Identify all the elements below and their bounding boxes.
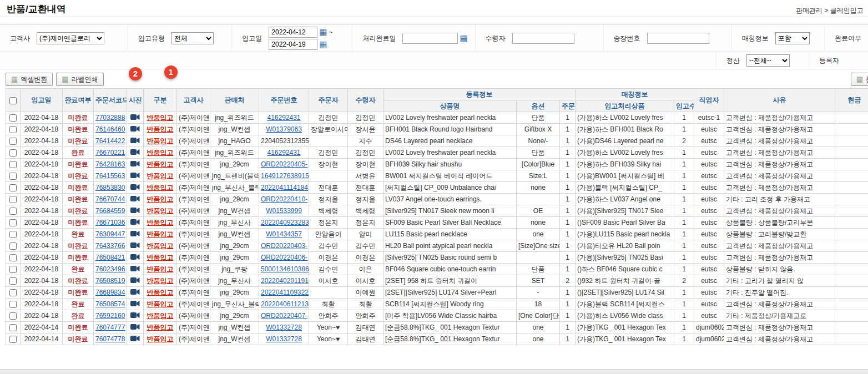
row-checkbox[interactable]	[9, 242, 17, 250]
row-checkbox[interactable]	[9, 184, 17, 191]
order-code-link[interactable]: 76146460	[95, 125, 125, 133]
order-number-link[interactable]: ORD20220405-	[261, 160, 307, 168]
return-receipt-link[interactable]: 반품입고	[147, 265, 174, 273]
return-receipt-link[interactable]: 반품입고	[147, 149, 174, 156]
order-number-link[interactable]: ORD20220410-	[261, 195, 307, 203]
matching-select[interactable]: 포함	[775, 32, 810, 44]
order-number-link[interactable]: ORD20220406-	[261, 254, 307, 261]
horizontal-scrollbar-track[interactable]	[0, 369, 868, 374]
camera-icon[interactable]	[130, 242, 140, 249]
return-receipt-link[interactable]: 반품입고	[147, 160, 174, 168]
order-code-link[interactable]: 76074778	[95, 335, 125, 343]
row-checkbox[interactable]	[9, 277, 17, 285]
return-receipt-link[interactable]: 반품입고	[147, 230, 174, 238]
order-code-link[interactable]: 76415563	[95, 172, 125, 180]
camera-icon[interactable]	[130, 219, 140, 225]
camera-icon[interactable]	[130, 324, 140, 330]
order-code-link[interactable]: 76853830	[95, 184, 125, 191]
receipt-date-to-input[interactable]	[269, 39, 317, 50]
order-code-link[interactable]: 76023496	[95, 265, 125, 273]
camera-icon[interactable]	[130, 289, 140, 295]
order-code-link[interactable]: 76508421	[95, 254, 125, 261]
label-print-button[interactable]: ▦ 라벨인쇄	[56, 73, 103, 86]
row-checkbox[interactable]	[9, 173, 17, 180]
order-code-link[interactable]: 76508519	[95, 277, 125, 285]
receipt-type-select[interactable]: 전체	[171, 32, 214, 44]
camera-icon[interactable]	[130, 335, 140, 342]
camera-icon[interactable]	[130, 172, 140, 179]
return-receipt-link[interactable]: 반품입고	[147, 114, 174, 122]
order-number-link[interactable]: ORD20220403-	[261, 242, 307, 250]
camera-icon[interactable]	[130, 312, 140, 319]
camera-icon[interactable]	[130, 277, 140, 284]
row-checkbox[interactable]	[9, 254, 17, 261]
order-number-link[interactable]: 2022040611213	[261, 300, 309, 308]
order-number-link[interactable]: 1649127638915	[261, 172, 309, 180]
return-receipt-link[interactable]: 반품입고	[147, 195, 174, 203]
row-checkbox[interactable]	[9, 266, 17, 273]
return-receipt-link[interactable]: 반품입고	[147, 312, 174, 320]
order-code-link[interactable]: 76309447	[95, 230, 125, 238]
order-number-link[interactable]: W01533999	[266, 207, 302, 215]
return-receipt-link[interactable]: 반품입고	[147, 172, 174, 180]
return-receipt-link[interactable]: 반품입고	[147, 289, 174, 296]
order-code-link[interactable]: 76671036	[95, 219, 125, 226]
calendar-icon[interactable]: ▦	[460, 34, 467, 42]
camera-icon[interactable]	[130, 137, 140, 144]
calendar-icon[interactable]: ▦	[319, 28, 327, 36]
row-checkbox[interactable]	[9, 231, 17, 238]
order-number-link[interactable]: 416292431	[267, 149, 300, 156]
complete-date-input[interactable]	[402, 33, 458, 44]
return-receipt-link[interactable]: 반품입고	[147, 335, 174, 343]
camera-icon[interactable]	[130, 160, 140, 167]
row-checkbox[interactable]	[9, 126, 17, 133]
return-receipt-link[interactable]: 반품입고	[147, 125, 174, 133]
order-code-link[interactable]: 76689834	[95, 289, 125, 296]
order-number-link[interactable]: 5000134610386	[261, 265, 309, 273]
order-number-link[interactable]: 2022041114184	[261, 184, 308, 191]
order-code-link[interactable]: 76433766	[95, 242, 125, 250]
camera-icon[interactable]	[130, 195, 140, 202]
row-checkbox[interactable]	[9, 149, 17, 156]
return-receipt-link[interactable]: 반품입고	[147, 207, 174, 215]
order-number-link[interactable]: W01379063	[266, 125, 302, 133]
camera-icon[interactable]	[130, 114, 140, 120]
return-receipt-link[interactable]: 반품입고	[147, 277, 174, 285]
select-all-checkbox[interactable]	[9, 97, 17, 104]
complete-button-partial[interactable]: ▦ 완	[851, 73, 868, 86]
order-code-link[interactable]: 76670221	[95, 149, 125, 156]
order-number-link[interactable]: ORD20220407-	[261, 312, 307, 320]
camera-icon[interactable]	[130, 125, 140, 132]
order-number-link[interactable]: W01434357	[266, 230, 302, 238]
order-number-link[interactable]: 2022040923283	[261, 219, 309, 226]
camera-icon[interactable]	[130, 265, 140, 272]
order-code-link[interactable]: 76508574	[95, 300, 125, 308]
row-checkbox[interactable]	[9, 324, 17, 331]
invoice-input[interactable]	[647, 33, 709, 44]
receipt-date-from-input[interactable]	[269, 27, 317, 38]
breadcrumb[interactable]: 판매관리 > 클레임입고	[796, 6, 864, 16]
order-number-link[interactable]: W01332728	[266, 324, 302, 331]
camera-icon[interactable]	[130, 184, 140, 190]
camera-icon[interactable]	[130, 230, 140, 237]
return-receipt-link[interactable]: 반품입고	[147, 242, 174, 250]
order-code-link[interactable]: 76592160	[95, 312, 125, 320]
camera-icon[interactable]	[130, 300, 140, 307]
return-receipt-link[interactable]: 반품입고	[147, 324, 174, 331]
return-receipt-link[interactable]: 반품입고	[147, 219, 174, 226]
settlement-select[interactable]: --전체--	[746, 54, 790, 67]
return-receipt-link[interactable]: 반품입고	[147, 137, 174, 145]
order-code-link[interactable]: 76074777	[95, 324, 125, 331]
row-checkbox[interactable]	[9, 161, 17, 168]
order-code-link[interactable]: 76428163	[95, 160, 125, 168]
row-checkbox[interactable]	[9, 114, 17, 122]
camera-icon[interactable]	[130, 254, 140, 260]
customer-filter-select[interactable]: (주)제이앤글로리	[37, 32, 104, 44]
camera-icon[interactable]	[130, 149, 140, 155]
order-number-link[interactable]: 2022040201191	[261, 277, 309, 285]
row-checkbox[interactable]	[9, 219, 17, 226]
row-checkbox[interactable]	[9, 138, 17, 145]
row-checkbox[interactable]	[9, 336, 17, 343]
order-code-link[interactable]: 76684559	[95, 207, 125, 215]
order-code-link[interactable]: 76670744	[95, 195, 125, 203]
